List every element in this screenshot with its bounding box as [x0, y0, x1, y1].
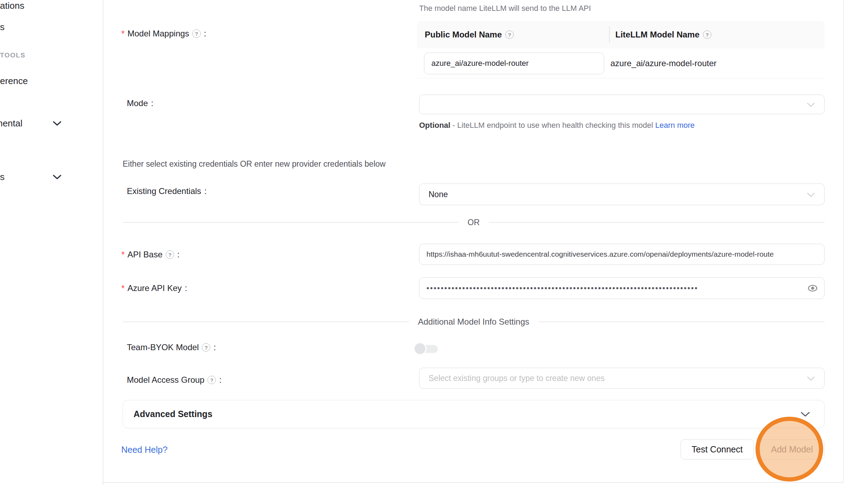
or-divider: OR: [123, 216, 825, 228]
test-connect-button[interactable]: Test Connect: [681, 439, 754, 459]
need-help-link[interactable]: Need Help?: [121, 445, 168, 455]
public-model-name-input[interactable]: [424, 53, 604, 74]
column-header-litellm-model-name: LiteLLM Model Name ?: [609, 30, 825, 40]
sidebar-item-experimental[interactable]: mental: [0, 118, 74, 129]
model-mappings-label: * Model Mappings ? :: [121, 28, 206, 39]
card-bottom-border: [103, 482, 843, 483]
model-access-group-placeholder: Select existing groups or type to create…: [429, 374, 604, 383]
toggle-knob: [415, 343, 425, 354]
api-base-label: * API Base ? :: [121, 249, 179, 260]
add-model-page: ations s TOOLS erence mental s The model…: [0, 0, 868, 485]
existing-credentials-label: Existing Credentials :: [127, 186, 207, 197]
credentials-note: Either select existing credentials OR en…: [123, 159, 385, 169]
column-header-public-model-name: Public Model Name ?: [417, 30, 609, 40]
azure-api-key-input[interactable]: ••••••••••••••••••••••••••••••••••••••••…: [419, 277, 825, 299]
sidebar-item-organizations[interactable]: ations: [0, 0, 74, 11]
table-header-row: Public Model Name ? LiteLLM Model Name ?: [417, 21, 825, 48]
team-byok-toggle[interactable]: [415, 343, 438, 354]
litellm-model-name-value: azure_ai/azure-model-router: [604, 58, 813, 68]
sidebar-item-settings[interactable]: s: [0, 171, 74, 182]
azure-api-key-label: * Azure API Key :: [121, 283, 187, 294]
column-divider: [609, 26, 610, 43]
sidebar-item-1[interactable]: s: [0, 21, 74, 33]
chevron-down-icon: [807, 102, 815, 107]
sidebar-divider: [103, 0, 103, 485]
model-access-group-label: Model Access Group ? :: [127, 374, 221, 386]
advanced-settings-panel[interactable]: Advanced Settings: [123, 400, 825, 428]
sidebar-section-tools: TOOLS: [0, 50, 74, 60]
team-byok-label: Team-BYOK Model ? :: [127, 342, 216, 353]
additional-info-divider-text: Additional Model Info Settings: [418, 317, 529, 327]
additional-info-divider: Additional Model Info Settings: [123, 316, 825, 328]
mode-label: Mode :: [127, 98, 153, 109]
masked-api-key: ••••••••••••••••••••••••••••••••••••••••…: [419, 284, 824, 293]
help-circle-icon[interactable]: ?: [166, 250, 174, 259]
model-mappings-table: Public Model Name ? LiteLLM Model Name ?…: [417, 21, 825, 78]
sidebar: ations s TOOLS erence mental s: [0, 0, 103, 485]
existing-credentials-value: None: [429, 190, 448, 199]
add-model-button[interactable]: Add Model: [759, 439, 825, 459]
mode-help-text: Optional - LiteLLM endpoint to use when …: [419, 118, 706, 132]
eye-icon[interactable]: [807, 283, 818, 293]
chevron-down-icon[interactable]: [53, 121, 62, 126]
card-right-border: [843, 0, 844, 483]
chevron-down-icon: [807, 192, 815, 197]
help-circle-icon[interactable]: ?: [207, 376, 216, 384]
chevron-down-icon[interactable]: [53, 174, 62, 180]
help-circle-icon[interactable]: ?: [192, 29, 201, 38]
required-marker: *: [121, 249, 125, 260]
api-base-input[interactable]: https://ishaa-mh6uutut-swedencentral.cog…: [419, 244, 825, 265]
chevron-down-icon: [800, 411, 810, 417]
existing-credentials-select[interactable]: None: [419, 183, 825, 205]
required-marker: *: [121, 283, 125, 294]
help-circle-icon[interactable]: ?: [703, 30, 711, 39]
table-row: azure_ai/azure-model-router: [417, 48, 825, 78]
help-circle-icon[interactable]: ?: [505, 30, 514, 39]
or-divider-text: OR: [467, 218, 480, 227]
sidebar-item-reference[interactable]: erence: [0, 75, 74, 86]
learn-more-link[interactable]: Learn more: [655, 121, 695, 130]
help-circle-icon[interactable]: ?: [202, 343, 210, 352]
model-access-group-select[interactable]: Select existing groups or type to create…: [419, 368, 825, 389]
mode-select[interactable]: [419, 95, 825, 114]
model-name-helper: The model name LiteLLM will send to the …: [419, 4, 591, 13]
advanced-settings-label: Advanced Settings: [134, 409, 800, 419]
api-base-value: https://ishaa-mh6uutut-swedencentral.cog…: [419, 250, 824, 258]
chevron-down-icon: [807, 376, 815, 381]
required-marker: *: [121, 28, 125, 39]
